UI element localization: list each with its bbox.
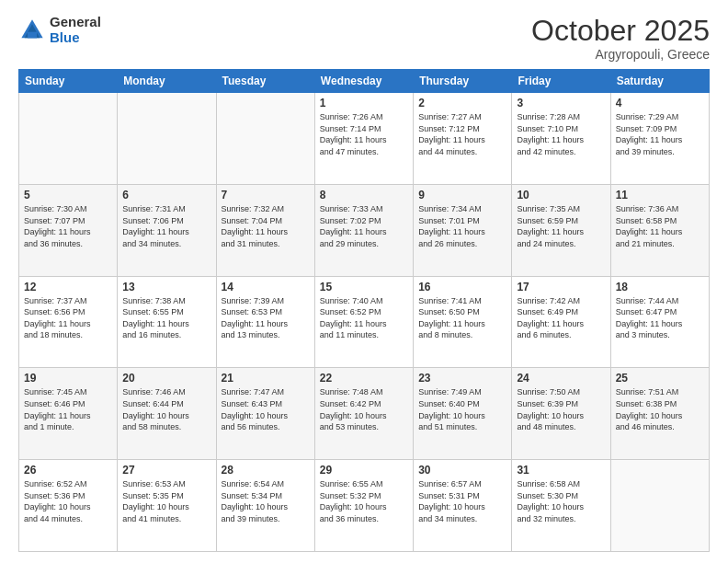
day-cell <box>216 93 314 185</box>
day-cell: 15Sunrise: 7:40 AM Sunset: 6:52 PM Dayli… <box>314 276 413 368</box>
day-number: 7 <box>222 189 310 201</box>
day-cell: 17Sunrise: 7:42 AM Sunset: 6:49 PM Dayli… <box>512 276 610 368</box>
day-cell: 1Sunrise: 7:26 AM Sunset: 7:14 PM Daylig… <box>314 93 413 185</box>
day-number: 12 <box>24 281 112 293</box>
day-cell: 19Sunrise: 7:45 AM Sunset: 6:46 PM Dayli… <box>19 368 118 460</box>
month-title: October 2025 <box>531 15 710 47</box>
day-number: 17 <box>517 281 605 293</box>
day-number: 23 <box>418 372 506 385</box>
day-info: Sunrise: 7:31 AM Sunset: 7:06 PM Dayligh… <box>122 203 210 249</box>
col-header-sunday: Sunday <box>19 70 118 93</box>
day-cell: 20Sunrise: 7:46 AM Sunset: 6:44 PM Dayli… <box>118 368 216 460</box>
day-cell: 6Sunrise: 7:31 AM Sunset: 7:06 PM Daylig… <box>118 184 216 276</box>
day-info: Sunrise: 6:52 AM Sunset: 5:36 PM Dayligh… <box>24 478 112 524</box>
day-cell: 21Sunrise: 7:47 AM Sunset: 6:43 PM Dayli… <box>216 368 314 460</box>
day-cell: 18Sunrise: 7:44 AM Sunset: 6:47 PM Dayli… <box>610 276 709 368</box>
day-info: Sunrise: 7:46 AM Sunset: 6:44 PM Dayligh… <box>122 386 210 432</box>
day-info: Sunrise: 6:58 AM Sunset: 5:30 PM Dayligh… <box>517 478 605 524</box>
day-number: 30 <box>418 464 506 477</box>
day-number: 15 <box>320 281 408 293</box>
day-info: Sunrise: 7:32 AM Sunset: 7:04 PM Dayligh… <box>222 203 310 249</box>
day-cell: 10Sunrise: 7:35 AM Sunset: 6:59 PM Dayli… <box>512 184 610 276</box>
logo-general: General <box>50 15 101 30</box>
day-number: 10 <box>517 189 605 201</box>
day-info: Sunrise: 7:35 AM Sunset: 6:59 PM Dayligh… <box>517 203 605 249</box>
header: General Blue October 2025 Argyropouli, G… <box>18 15 710 62</box>
day-cell: 16Sunrise: 7:41 AM Sunset: 6:50 PM Dayli… <box>414 276 512 368</box>
title-block: October 2025 Argyropouli, Greece <box>531 15 710 62</box>
day-info: Sunrise: 7:29 AM Sunset: 7:09 PM Dayligh… <box>616 111 704 157</box>
day-cell: 31Sunrise: 6:58 AM Sunset: 5:30 PM Dayli… <box>512 460 610 552</box>
day-number: 29 <box>320 464 408 477</box>
day-info: Sunrise: 7:40 AM Sunset: 6:52 PM Dayligh… <box>320 295 408 341</box>
day-number: 2 <box>418 97 506 109</box>
col-header-wednesday: Wednesday <box>314 70 413 93</box>
day-info: Sunrise: 7:36 AM Sunset: 6:58 PM Dayligh… <box>616 203 704 249</box>
day-number: 1 <box>320 97 408 109</box>
day-cell: 4Sunrise: 7:29 AM Sunset: 7:09 PM Daylig… <box>610 93 709 185</box>
day-info: Sunrise: 6:54 AM Sunset: 5:34 PM Dayligh… <box>222 478 310 524</box>
day-number: 13 <box>122 281 210 293</box>
day-number: 26 <box>24 464 112 477</box>
day-number: 24 <box>517 372 605 385</box>
col-header-saturday: Saturday <box>610 70 709 93</box>
day-info: Sunrise: 7:27 AM Sunset: 7:12 PM Dayligh… <box>418 111 506 157</box>
day-cell: 23Sunrise: 7:49 AM Sunset: 6:40 PM Dayli… <box>414 368 512 460</box>
location-subtitle: Argyropouli, Greece <box>531 47 710 62</box>
day-number: 4 <box>616 97 704 109</box>
col-header-monday: Monday <box>118 70 216 93</box>
day-info: Sunrise: 6:55 AM Sunset: 5:32 PM Dayligh… <box>320 478 408 524</box>
day-info: Sunrise: 7:41 AM Sunset: 6:50 PM Dayligh… <box>418 295 506 341</box>
day-info: Sunrise: 7:45 AM Sunset: 6:46 PM Dayligh… <box>24 386 112 432</box>
day-cell: 9Sunrise: 7:34 AM Sunset: 7:01 PM Daylig… <box>414 184 512 276</box>
day-cell: 11Sunrise: 7:36 AM Sunset: 6:58 PM Dayli… <box>610 184 709 276</box>
week-row-1: 1Sunrise: 7:26 AM Sunset: 7:14 PM Daylig… <box>19 93 710 185</box>
day-cell <box>118 93 216 185</box>
day-cell <box>610 460 709 552</box>
week-row-3: 12Sunrise: 7:37 AM Sunset: 6:56 PM Dayli… <box>19 276 710 368</box>
week-row-5: 26Sunrise: 6:52 AM Sunset: 5:36 PM Dayli… <box>19 460 710 552</box>
col-header-friday: Friday <box>512 70 610 93</box>
day-cell: 27Sunrise: 6:53 AM Sunset: 5:35 PM Dayli… <box>118 460 216 552</box>
logo-blue: Blue <box>50 30 101 46</box>
day-cell: 28Sunrise: 6:54 AM Sunset: 5:34 PM Dayli… <box>216 460 314 552</box>
day-number: 6 <box>122 189 210 201</box>
day-info: Sunrise: 7:28 AM Sunset: 7:10 PM Dayligh… <box>517 111 605 157</box>
day-cell: 24Sunrise: 7:50 AM Sunset: 6:39 PM Dayli… <box>512 368 610 460</box>
header-row: SundayMondayTuesdayWednesdayThursdayFrid… <box>19 70 710 93</box>
day-info: Sunrise: 7:37 AM Sunset: 6:56 PM Dayligh… <box>24 295 112 341</box>
day-number: 31 <box>517 464 605 477</box>
day-info: Sunrise: 7:34 AM Sunset: 7:01 PM Dayligh… <box>418 203 506 249</box>
day-cell: 3Sunrise: 7:28 AM Sunset: 7:10 PM Daylig… <box>512 93 610 185</box>
day-info: Sunrise: 7:50 AM Sunset: 6:39 PM Dayligh… <box>517 386 605 432</box>
day-number: 18 <box>616 281 704 293</box>
day-cell: 25Sunrise: 7:51 AM Sunset: 6:38 PM Dayli… <box>610 368 709 460</box>
day-number: 28 <box>222 464 310 477</box>
day-info: Sunrise: 7:42 AM Sunset: 6:49 PM Dayligh… <box>517 295 605 341</box>
day-info: Sunrise: 7:38 AM Sunset: 6:55 PM Dayligh… <box>122 295 210 341</box>
day-cell: 26Sunrise: 6:52 AM Sunset: 5:36 PM Dayli… <box>19 460 118 552</box>
col-header-thursday: Thursday <box>414 70 512 93</box>
day-cell: 29Sunrise: 6:55 AM Sunset: 5:32 PM Dayli… <box>314 460 413 552</box>
page: General Blue October 2025 Argyropouli, G… <box>0 0 728 563</box>
week-row-2: 5Sunrise: 7:30 AM Sunset: 7:07 PM Daylig… <box>19 184 710 276</box>
day-info: Sunrise: 7:30 AM Sunset: 7:07 PM Dayligh… <box>24 203 112 249</box>
day-cell: 13Sunrise: 7:38 AM Sunset: 6:55 PM Dayli… <box>118 276 216 368</box>
day-info: Sunrise: 6:53 AM Sunset: 5:35 PM Dayligh… <box>122 478 210 524</box>
day-info: Sunrise: 7:39 AM Sunset: 6:53 PM Dayligh… <box>222 295 310 341</box>
day-cell: 5Sunrise: 7:30 AM Sunset: 7:07 PM Daylig… <box>19 184 118 276</box>
day-info: Sunrise: 7:26 AM Sunset: 7:14 PM Dayligh… <box>320 111 408 157</box>
day-number: 9 <box>418 189 506 201</box>
day-cell: 12Sunrise: 7:37 AM Sunset: 6:56 PM Dayli… <box>19 276 118 368</box>
logo-text: General Blue <box>50 15 101 45</box>
day-cell <box>19 93 118 185</box>
day-cell: 8Sunrise: 7:33 AM Sunset: 7:02 PM Daylig… <box>314 184 413 276</box>
logo: General Blue <box>18 15 101 45</box>
logo-icon <box>18 17 46 44</box>
day-number: 21 <box>222 372 310 385</box>
day-cell: 7Sunrise: 7:32 AM Sunset: 7:04 PM Daylig… <box>216 184 314 276</box>
calendar-table: SundayMondayTuesdayWednesdayThursdayFrid… <box>18 69 710 552</box>
day-number: 14 <box>222 281 310 293</box>
col-header-tuesday: Tuesday <box>216 70 314 93</box>
day-number: 22 <box>320 372 408 385</box>
